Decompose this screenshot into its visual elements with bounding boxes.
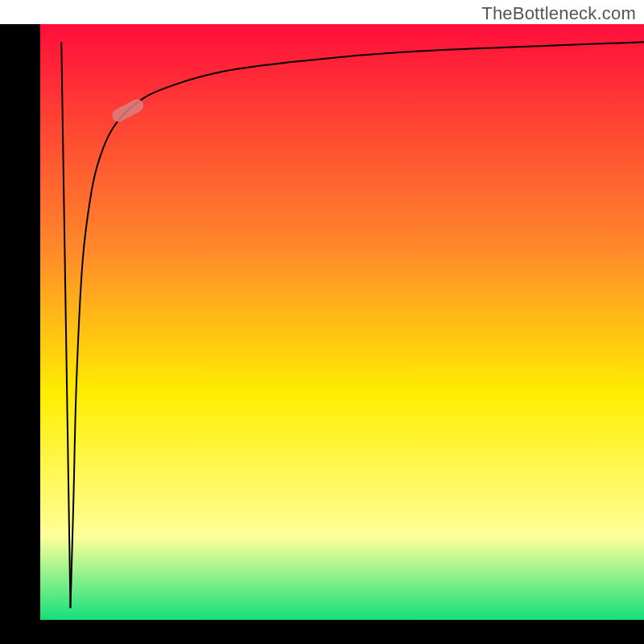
- axis-frame-bottom: [0, 620, 644, 644]
- watermark-text: TheBottleneck.com: [481, 3, 636, 24]
- axis-frame-left: [0, 24, 40, 644]
- chart-container: TheBottleneck.com: [0, 0, 644, 644]
- chart-svg: [0, 0, 644, 644]
